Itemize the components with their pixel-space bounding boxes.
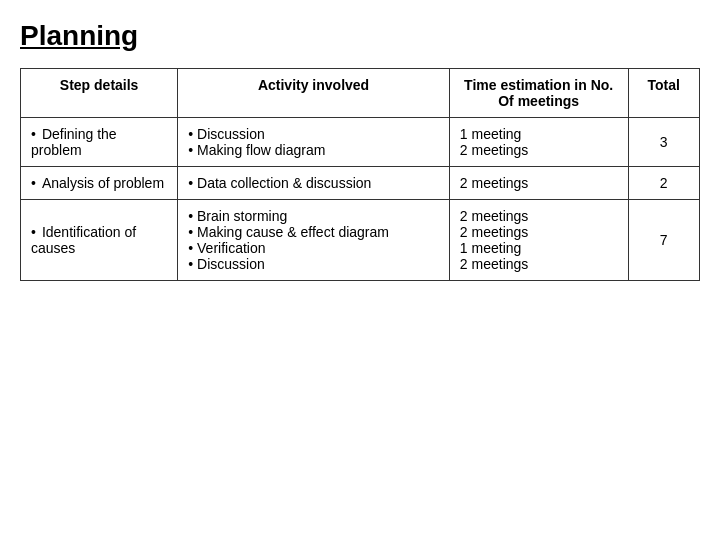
total-cell-3: 7: [628, 200, 699, 281]
activity-item: Brain storming: [188, 208, 439, 224]
step-cell-1: •Defining the problem: [21, 118, 178, 167]
step-bullet: •: [31, 224, 36, 240]
header-step: Step details: [21, 69, 178, 118]
table-row-1: •Defining the problemDiscussionMaking fl…: [21, 118, 700, 167]
page-title: Planning: [20, 20, 700, 52]
activity-item: Verification: [188, 240, 439, 256]
step-bullet: •: [31, 126, 36, 142]
time-cell-2: 2 meetings: [449, 167, 628, 200]
time-value: 2 meetings: [460, 142, 618, 158]
activity-item: Discussion: [188, 256, 439, 272]
time-value: 2 meetings: [460, 224, 618, 240]
step-bullet: •: [31, 175, 36, 191]
activity-item: Data collection & discussion: [188, 175, 439, 191]
time-value: 2 meetings: [460, 208, 618, 224]
step-cell-2: •Analysis of problem: [21, 167, 178, 200]
time-value: 1 meeting: [460, 126, 618, 142]
step-label: Analysis of problem: [42, 175, 164, 191]
total-cell-2: 2: [628, 167, 699, 200]
time-cell-3: 2 meetings2 meetings1 meeting2 meetings: [449, 200, 628, 281]
step-label: Defining the problem: [31, 126, 117, 158]
activity-cell-1: DiscussionMaking flow diagram: [178, 118, 450, 167]
time-value: 2 meetings: [460, 256, 618, 272]
table-row-3: •Identification of causesBrain stormingM…: [21, 200, 700, 281]
activity-cell-2: Data collection & discussion: [178, 167, 450, 200]
activity-item: Discussion: [188, 126, 439, 142]
time-value: 2 meetings: [460, 175, 618, 191]
activity-cell-3: Brain stormingMaking cause & effect diag…: [178, 200, 450, 281]
table-row-2: •Analysis of problemData collection & di…: [21, 167, 700, 200]
planning-table: Step details Activity involved Time esti…: [20, 68, 700, 281]
time-value: 1 meeting: [460, 240, 618, 256]
total-cell-1: 3: [628, 118, 699, 167]
header-total: Total: [628, 69, 699, 118]
header-time: Time estimation in No. Of meetings: [449, 69, 628, 118]
step-cell-3: •Identification of causes: [21, 200, 178, 281]
header-activity: Activity involved: [178, 69, 450, 118]
time-cell-1: 1 meeting2 meetings: [449, 118, 628, 167]
activity-item: Making flow diagram: [188, 142, 439, 158]
activity-item: Making cause & effect diagram: [188, 224, 439, 240]
step-label: Identification of causes: [31, 224, 136, 256]
